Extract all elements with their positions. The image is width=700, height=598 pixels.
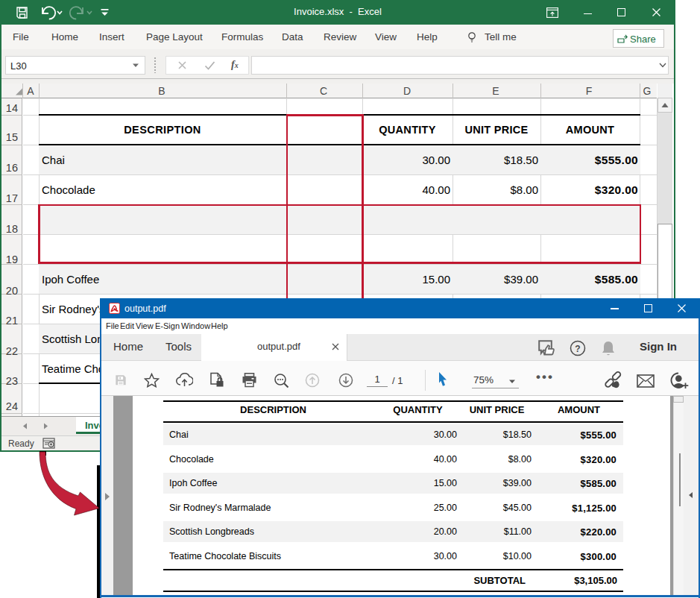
svg-text:?: ? [575, 344, 580, 354]
